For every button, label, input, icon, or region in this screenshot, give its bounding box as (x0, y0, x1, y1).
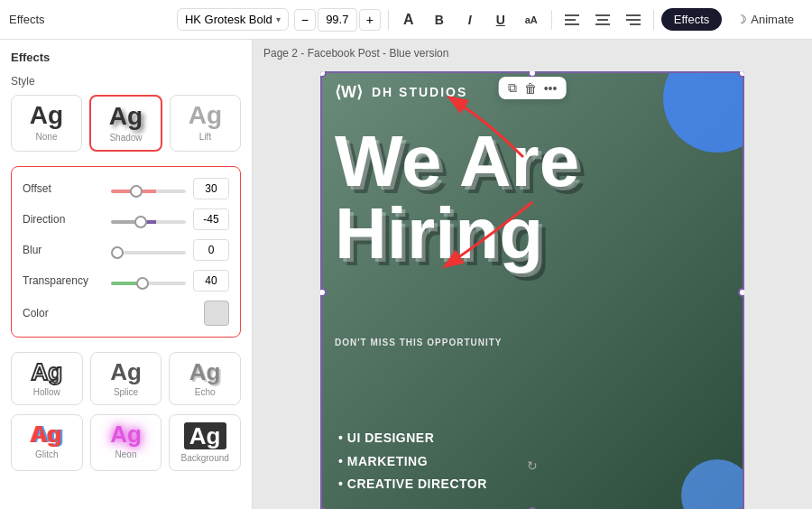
brand-logo-icon: ⟨W⟩ (335, 82, 363, 102)
font-size-input[interactable] (318, 8, 357, 32)
rotate-icon[interactable]: ↻ (527, 458, 538, 473)
moon-icon: ☽ (736, 13, 747, 26)
facebook-post[interactable]: ⧉ 🗑 ••• ⟨W⟩ DH STUDIOS We Are Hiring DON… (320, 71, 744, 509)
font-size-control: − + (294, 8, 381, 32)
effect-option-background[interactable]: Ag Background (169, 414, 241, 471)
bullet-item-3: CREATIVE DIRECTOR (338, 473, 487, 495)
subtitle-text: DON'T MISS THIS OPPORTUNITY (335, 338, 503, 347)
splice-label: Splice (114, 387, 138, 397)
bullet-item-1: UI DESIGNER (338, 427, 487, 449)
style-none-label: None (36, 132, 58, 142)
canvas-area: Page 2 - Facebook Post - Blue version (253, 40, 812, 509)
font-size-increase-button[interactable]: + (359, 9, 381, 31)
animate-button[interactable]: ☽ Animate (727, 8, 803, 31)
handle-tl[interactable] (320, 71, 327, 78)
text-format-case-button[interactable]: aA (519, 7, 544, 32)
blur-slider[interactable] (111, 251, 186, 255)
post-header: ⟨W⟩ DH STUDIOS (335, 82, 467, 102)
bullet-item-2: MARKETING (338, 450, 487, 473)
handle-ml[interactable] (320, 288, 327, 297)
blur-slider-container (111, 244, 186, 257)
effect-option-splice[interactable]: Ag Splice (90, 352, 162, 405)
panel-title: Effects (11, 51, 241, 64)
svg-rect-8 (630, 23, 641, 25)
color-swatch[interactable] (204, 301, 229, 326)
direction-control-row: Direction (23, 208, 229, 230)
more-icon[interactable]: ••• (544, 81, 558, 96)
effect-option-hollow[interactable]: Ag Hollow (11, 352, 83, 405)
copy-icon[interactable]: ⧉ (508, 80, 517, 96)
svg-rect-1 (565, 19, 576, 21)
style-lift-letter: Ag (189, 103, 222, 128)
effect-option-echo[interactable]: Ag Echo (169, 352, 241, 405)
neon-label: Neon (115, 449, 137, 459)
align-center-button[interactable] (590, 7, 615, 32)
transparency-value-input[interactable] (193, 270, 229, 292)
align-right-button[interactable] (621, 7, 646, 32)
style-section-label: Style (11, 75, 241, 88)
background-letter: Ag (184, 422, 226, 449)
transparency-slider[interactable] (111, 282, 186, 285)
align-left-button[interactable] (559, 7, 585, 32)
offset-slider[interactable] (111, 190, 186, 193)
transparency-slider-container (111, 274, 186, 288)
blur-control-row: Blur (23, 239, 229, 261)
svg-rect-2 (565, 23, 579, 25)
glitch-label: Glitch (35, 449, 59, 459)
svg-rect-0 (565, 14, 579, 16)
handle-mr[interactable] (738, 288, 744, 297)
blur-label: Blur (23, 244, 104, 256)
delete-icon[interactable]: 🗑 (524, 81, 537, 96)
style-option-lift[interactable]: Ag Lift (170, 95, 241, 152)
main-text: We Are Hiring (335, 125, 690, 270)
effect-option-glitch[interactable]: Ag Glitch (11, 414, 83, 471)
direction-value-input[interactable] (193, 208, 229, 230)
echo-letter: Ag (189, 360, 221, 384)
blur-value-input[interactable] (193, 239, 229, 261)
effect-option-neon[interactable]: Ag Neon (90, 414, 162, 471)
svg-rect-5 (595, 23, 610, 25)
effects-row-1: Ag Hollow Ag Splice Ag Echo (11, 352, 241, 405)
transparency-label: Transparency (23, 274, 104, 287)
text-format-bold-button[interactable]: B (427, 7, 452, 32)
offset-value-input[interactable] (193, 178, 229, 199)
text-format-italic-button[interactable]: I (457, 7, 483, 32)
effects-row-2: Ag Glitch Ag Neon Ag Background (11, 414, 241, 471)
chevron-down-icon: ▾ (276, 14, 281, 24)
shadow-controls-box: Offset Direction Blur (11, 166, 241, 338)
floating-toolbar: ⧉ 🗑 ••• (499, 77, 567, 99)
offset-slider-container (111, 182, 186, 196)
offset-label: Offset (23, 182, 104, 195)
style-shadow-letter: Ag (109, 104, 143, 129)
neon-letter: Ag (110, 422, 142, 446)
svg-rect-3 (595, 14, 610, 16)
color-control-row: Color (23, 301, 229, 326)
color-label: Color (23, 307, 104, 319)
splice-letter: Ag (110, 360, 142, 384)
text-format-a-button[interactable]: A (396, 7, 421, 32)
brand-name: DH STUDIOS (372, 85, 467, 99)
effects-button[interactable]: Effects (661, 8, 723, 31)
background-label: Background (180, 453, 228, 463)
font-name-label: HK Grotesk Bold (185, 13, 272, 26)
style-shadow-label: Shadow (109, 133, 142, 143)
text-format-underline-button[interactable]: U (488, 7, 513, 32)
style-option-shadow[interactable]: Ag Shadow (89, 95, 162, 152)
main-text-line1: We Are (335, 125, 690, 198)
bullet-list: UI DESIGNER MARKETING CREATIVE DIRECTOR (338, 427, 487, 495)
glitch-letter: Ag (32, 422, 63, 446)
divider-2 (551, 10, 552, 30)
direction-slider-container (111, 213, 186, 227)
left-panel: Effects Style Ag None Ag Shadow Ag Lift … (0, 40, 253, 509)
font-selector[interactable]: HK Grotesk Bold ▾ (177, 8, 289, 31)
svg-rect-4 (597, 19, 608, 21)
direction-slider[interactable] (111, 220, 186, 224)
style-option-none[interactable]: Ag None (11, 95, 82, 152)
svg-rect-7 (626, 19, 641, 21)
svg-rect-6 (626, 14, 641, 16)
divider-1 (388, 10, 389, 30)
main-text-line2: Hiring (335, 198, 690, 270)
style-grid: Ag None Ag Shadow Ag Lift (11, 95, 241, 152)
font-size-decrease-button[interactable]: − (294, 9, 316, 31)
offset-control-row: Offset (23, 178, 229, 199)
